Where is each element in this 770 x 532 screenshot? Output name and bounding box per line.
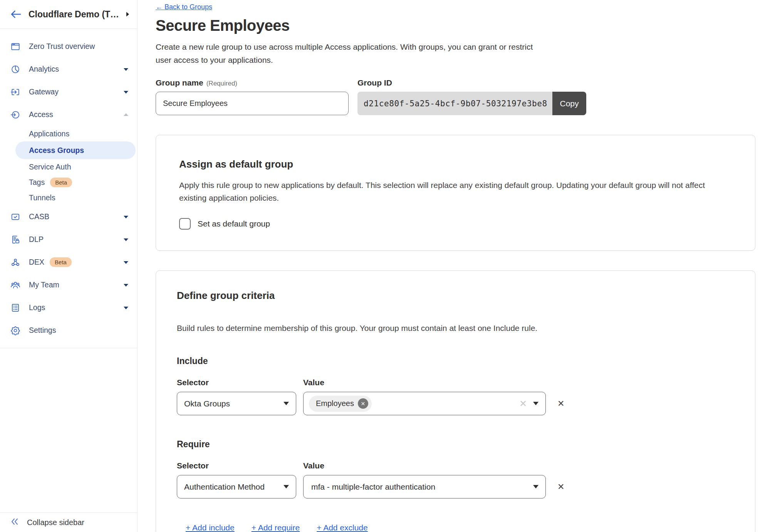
back-arrow-icon[interactable] [10, 10, 23, 19]
sidebar-item-casb[interactable]: CASB [0, 205, 137, 228]
sidebar-item-label: My Team [29, 280, 59, 289]
require-value-dropdown[interactable]: mfa - multiple-factor authentication [303, 475, 546, 498]
default-group-checkbox[interactable] [179, 218, 191, 230]
chevron-down-icon [533, 402, 538, 405]
group-id-field: Group ID d21ce80f-5a25-4bcf-9b07-5032197… [357, 78, 586, 115]
copy-button[interactable]: Copy [552, 92, 586, 115]
sidebar-item-label: Analytics [29, 65, 59, 74]
chevron-down-icon [123, 238, 129, 242]
add-require-link[interactable]: + Add require [252, 523, 300, 532]
gear-icon [10, 326, 21, 336]
beta-badge: Beta [50, 178, 72, 187]
sidebar-item-label: Access Groups [29, 146, 84, 155]
sidebar-item-label: Service Auth [29, 163, 71, 171]
criteria-card-title: Define group criteria [177, 290, 732, 302]
sidebar-item-zero-trust-overview[interactable]: Zero Trust overview [0, 35, 137, 58]
sidebar-item-label: Settings [29, 326, 56, 335]
chevron-down-icon [123, 306, 129, 310]
criteria-card-description: Build rules to determine membership of t… [177, 322, 732, 334]
group-name-input[interactable] [156, 92, 349, 115]
group-id-label: Group ID [357, 78, 586, 87]
sidebar-item-label: Tunnels [29, 193, 55, 202]
sidebar-item-dlp[interactable]: DLP [0, 228, 137, 251]
chevron-down-icon [123, 90, 129, 94]
sidebar-item-dex[interactable]: DEX Beta [0, 251, 137, 274]
criteria-card: Define group criteria Build rules to det… [156, 270, 755, 532]
sidebar-item-tags[interactable]: Tags Beta [0, 175, 137, 190]
sidebar-item-applications[interactable]: Applications [0, 126, 137, 141]
sidebar-item-analytics[interactable]: Analytics [0, 58, 137, 81]
sidebar-item-label: Tags [29, 178, 45, 187]
sidebar-item-tunnels[interactable]: Tunnels [0, 190, 137, 205]
chevron-down-icon [123, 260, 129, 264]
login-icon [10, 110, 21, 120]
group-name-field: Group name(Required) [156, 78, 349, 115]
add-include-link[interactable]: + Add include [186, 523, 235, 532]
account-title: Cloudflare Demo (T… [29, 9, 126, 20]
people-icon [10, 280, 21, 290]
require-value-text: mfa - multiple-factor authentication [309, 482, 533, 492]
sidebar-item-logs[interactable]: Logs [0, 296, 137, 319]
window-icon [10, 42, 21, 52]
include-selector-value: Okta Groups [184, 399, 284, 408]
include-value-multiselect[interactable]: Employees ✕ ✕ [303, 392, 546, 415]
require-heading: Require [177, 439, 732, 450]
main-content: ← Back to Groups Secure Employees Create… [138, 0, 770, 532]
group-id-value: d21ce80f-5a25-4bcf-9b07-5032197e3be8 [357, 92, 552, 115]
sidebar-nav: Zero Trust overview Analytics Gateway [0, 29, 137, 512]
sidebar: Cloudflare Demo (T… Zero Trust overview … [0, 0, 138, 532]
require-value-label: Value [303, 461, 324, 470]
chevron-down-icon [123, 215, 129, 219]
value-chip-label: Employees [316, 399, 354, 408]
collapse-sidebar-button[interactable]: Collapse sidebar [0, 512, 137, 532]
casb-icon [10, 212, 21, 222]
include-selector-dropdown[interactable]: Okta Groups [177, 392, 296, 415]
sidebar-item-label: Zero Trust overview [29, 42, 95, 51]
chevron-up-icon [123, 113, 129, 117]
sidebar-item-label: Logs [29, 303, 45, 312]
beta-badge: Beta [50, 257, 72, 267]
double-chevron-left-icon [10, 517, 19, 528]
sidebar-item-access[interactable]: Access [0, 103, 137, 126]
rule-action-links: + Add include + Add require + Add exclud… [186, 523, 732, 532]
page-title: Secure Employees [156, 17, 755, 34]
chevron-down-icon [284, 402, 289, 405]
list-document-icon [10, 303, 21, 313]
chevron-down-icon [284, 485, 289, 488]
require-selector-dropdown[interactable]: Authentication Method [177, 475, 296, 498]
sidebar-item-label: Applications [29, 129, 69, 138]
chevron-down-icon [533, 485, 538, 488]
value-chip: Employees ✕ [309, 396, 372, 412]
caret-right-icon[interactable] [126, 12, 129, 17]
chip-remove-icon[interactable]: ✕ [358, 398, 368, 409]
sidebar-item-label: Gateway [29, 87, 59, 96]
pie-chart-icon [10, 64, 21, 74]
required-hint: (Required) [206, 80, 237, 87]
require-selector-value: Authentication Method [184, 482, 284, 492]
sidebar-item-settings[interactable]: Settings [0, 319, 137, 342]
include-rule-row: Okta Groups Employees ✕ ✕ ✕ [177, 392, 732, 415]
sidebar-item-service-auth[interactable]: Service Auth [0, 159, 137, 175]
require-rule-row: Authentication Method mfa - multiple-fac… [177, 475, 732, 498]
back-to-groups-link[interactable]: ← Back to Groups [156, 3, 212, 11]
add-exclude-link[interactable]: + Add exclude [317, 523, 368, 532]
sidebar-item-access-groups[interactable]: Access Groups [15, 141, 136, 159]
document-lock-icon [10, 235, 21, 245]
sidebar-item-gateway[interactable]: Gateway [0, 81, 137, 103]
sidebar-item-label: DEX [29, 258, 44, 267]
chevron-down-icon [123, 67, 129, 71]
page-description: Create a new rule group to use across mu… [156, 40, 545, 67]
include-value-label: Value [303, 378, 324, 387]
remove-include-rule-icon[interactable]: ✕ [557, 399, 564, 409]
include-heading: Include [177, 356, 732, 366]
gateway-icon [10, 87, 21, 97]
clear-field-icon[interactable]: ✕ [519, 398, 527, 409]
remove-require-rule-icon[interactable]: ✕ [557, 482, 564, 492]
sidebar-item-my-team[interactable]: My Team [0, 274, 137, 296]
default-group-card: Assign as default group Apply this rule … [156, 135, 755, 251]
chevron-down-icon [123, 283, 129, 287]
sidebar-item-label: Access [29, 110, 53, 119]
include-selector-label: Selector [177, 378, 303, 387]
require-labels-row: Selector Value [177, 461, 732, 470]
sidebar-item-label: CASB [29, 212, 49, 221]
